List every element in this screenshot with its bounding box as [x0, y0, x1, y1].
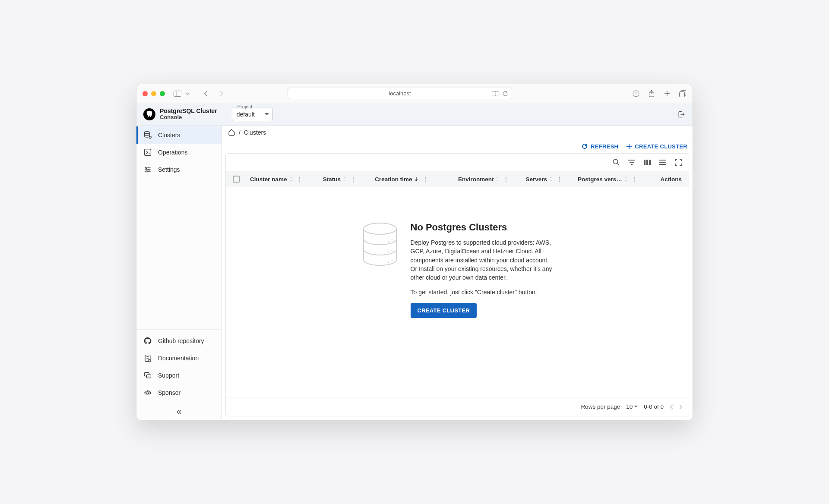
- chevron-down-icon[interactable]: [184, 90, 192, 98]
- sponsor-icon: [143, 388, 152, 397]
- page-toolbar: REFRESH CREATE CLUSTER: [222, 139, 693, 153]
- home-icon[interactable]: [228, 129, 235, 136]
- window-close[interactable]: [142, 91, 148, 96]
- nav-label: Clusters: [158, 132, 180, 139]
- pagination-range: 0-0 of 0: [644, 403, 664, 410]
- empty-state: No Postgres Clusters Deploy Postgres to …: [226, 187, 689, 397]
- svg-point-23: [364, 223, 396, 234]
- chevron-down-icon: [634, 406, 638, 408]
- sort-icon[interactable]: [495, 176, 500, 182]
- search-icon[interactable]: [612, 158, 620, 167]
- column-menu-icon[interactable]: ⋮: [350, 176, 356, 183]
- th-creation-time[interactable]: Creation time: [375, 176, 412, 183]
- filter-icon[interactable]: [627, 158, 636, 167]
- th-cluster-name[interactable]: Cluster name: [250, 176, 287, 183]
- svg-rect-22: [649, 160, 651, 165]
- table-toolbar: [226, 154, 689, 171]
- svg-point-11: [146, 167, 147, 168]
- plus-icon: [626, 143, 632, 149]
- svg-text:i: i: [149, 360, 150, 362]
- svg-point-26: [388, 252, 389, 253]
- project-select[interactable]: Project default: [232, 107, 273, 121]
- column-menu-icon[interactable]: ⋮: [557, 176, 563, 183]
- chevron-double-left-icon: [176, 409, 183, 416]
- th-postgres-version[interactable]: Postgres vers…: [578, 176, 622, 183]
- refresh-button[interactable]: REFRESH: [581, 143, 618, 150]
- svg-point-13: [146, 171, 148, 172]
- th-status[interactable]: Status: [323, 176, 341, 183]
- logout-button[interactable]: [677, 110, 686, 119]
- plus-icon[interactable]: [663, 90, 671, 98]
- documentation-icon: i: [143, 354, 152, 362]
- sort-icon[interactable]: [549, 176, 553, 182]
- column-menu-icon[interactable]: ⋮: [632, 176, 638, 183]
- tabs-icon[interactable]: [679, 90, 687, 98]
- sidebar-item-settings[interactable]: Settings: [136, 161, 221, 178]
- address-bar[interactable]: localhost: [288, 88, 512, 99]
- column-menu-icon[interactable]: ⋮: [297, 176, 303, 183]
- reader-icon[interactable]: [492, 91, 500, 96]
- sidebar-item-sponsor[interactable]: Sponsor: [136, 384, 221, 401]
- reload-icon[interactable]: [502, 91, 508, 97]
- column-menu-icon[interactable]: ⋮: [422, 176, 428, 183]
- window-minimize[interactable]: [151, 91, 156, 96]
- sort-icon[interactable]: [342, 176, 347, 182]
- sidebar-item-operations[interactable]: Operations: [136, 144, 221, 161]
- sidebar-collapse-button[interactable]: [136, 404, 221, 420]
- svg-rect-20: [644, 160, 645, 165]
- sidebar-item-support[interactable]: Support: [136, 367, 221, 384]
- next-page-button[interactable]: [679, 404, 683, 410]
- sidebar-toggle-icon[interactable]: [174, 90, 181, 98]
- forward-button[interactable]: [218, 90, 225, 98]
- sort-icon[interactable]: [624, 176, 628, 182]
- sidebar-item-clusters[interactable]: Clusters: [136, 126, 221, 144]
- table-footer: Rows per page 10 0-0 of 0: [226, 397, 689, 416]
- th-servers[interactable]: Servers: [526, 176, 547, 183]
- svg-point-29: [391, 260, 392, 261]
- columns-icon[interactable]: [643, 158, 652, 167]
- th-actions: Actions: [660, 176, 682, 183]
- refresh-label: REFRESH: [591, 143, 618, 150]
- svg-point-25: [391, 239, 392, 241]
- empty-create-cluster-button[interactable]: CREATE CLUSTER: [411, 303, 477, 318]
- operations-icon: [143, 148, 152, 157]
- svg-point-27: [391, 250, 392, 251]
- share-icon[interactable]: [648, 90, 655, 98]
- chevron-down-icon: [265, 113, 269, 115]
- nav-label: Settings: [158, 166, 180, 173]
- prev-page-button[interactable]: [670, 404, 673, 410]
- column-menu-icon[interactable]: ⋮: [503, 176, 509, 183]
- rows-value: 10: [626, 403, 633, 410]
- traffic-lights: [142, 91, 165, 96]
- app-title: PostgreSQL Cluster: [160, 108, 217, 114]
- svg-point-9: [149, 136, 151, 139]
- svg-point-8: [145, 132, 150, 134]
- sort-icon[interactable]: [289, 176, 293, 182]
- empty-title: No Postgres Clusters: [411, 222, 553, 233]
- app-header: PostgreSQL Cluster Console Project defau…: [136, 103, 693, 126]
- postgres-logo-icon: [143, 108, 155, 120]
- settings-icon: [143, 165, 152, 174]
- back-button[interactable]: [202, 90, 210, 98]
- breadcrumb-current: Clusters: [244, 129, 266, 136]
- create-cluster-button[interactable]: CREATE CLUSTER: [626, 143, 687, 150]
- nav-label: Documentation: [158, 355, 199, 362]
- sidebar-item-github[interactable]: Github repository: [136, 332, 221, 350]
- browser-window: localhost: [136, 84, 693, 420]
- sort-down-icon[interactable]: [414, 176, 419, 182]
- th-environment[interactable]: Environment: [458, 176, 494, 183]
- breadcrumb-sep: /: [239, 129, 240, 136]
- history-icon[interactable]: [632, 90, 640, 98]
- rows-per-page-select[interactable]: 10: [626, 403, 638, 410]
- nav-label: Operations: [158, 149, 187, 156]
- nav-label: Support: [158, 372, 179, 379]
- select-all-checkbox[interactable]: [233, 176, 240, 183]
- nav-label: Sponsor: [158, 389, 180, 396]
- density-icon[interactable]: [658, 158, 667, 167]
- sidebar-item-documentation[interactable]: i Documentation: [136, 350, 221, 367]
- fullscreen-icon[interactable]: [674, 158, 683, 167]
- sidebar: Clusters Operations Settings: [136, 126, 222, 420]
- svg-point-12: [149, 169, 150, 170]
- app-logo: PostgreSQL Cluster Console: [143, 108, 217, 121]
- window-maximize[interactable]: [160, 91, 165, 96]
